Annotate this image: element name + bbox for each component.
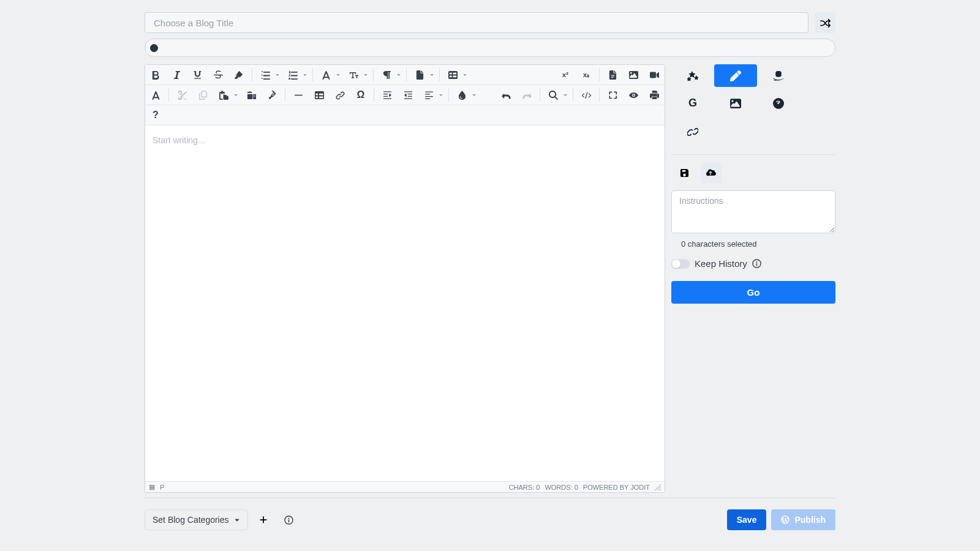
dropdown-caret[interactable]	[438, 86, 444, 103]
expand-button[interactable]	[604, 86, 621, 103]
size-button[interactable]	[345, 66, 362, 83]
outdent-button[interactable]	[379, 86, 396, 103]
grip-icon: ▦	[149, 483, 155, 491]
side-tabs: G	[671, 64, 835, 147]
tab-google[interactable]: G	[671, 92, 714, 114]
dropdown-caret[interactable]	[274, 66, 281, 83]
sub-button[interactable]: x₂	[578, 66, 595, 83]
highlight-button[interactable]	[230, 66, 247, 83]
undo-button[interactable]	[497, 86, 514, 103]
ol-button[interactable]	[284, 66, 301, 83]
help-button[interactable]: ?	[147, 107, 164, 124]
tab-amazon[interactable]	[757, 64, 800, 87]
indent-button[interactable]	[399, 86, 417, 103]
dropdown-caret[interactable]	[471, 86, 477, 103]
omega-button[interactable]: Ω	[352, 86, 369, 103]
zoom-button[interactable]	[545, 86, 562, 103]
keep-history-toggle[interactable]	[671, 259, 690, 269]
hr-button[interactable]	[290, 86, 307, 103]
para-button[interactable]	[378, 66, 395, 83]
shuffle-button[interactable]	[815, 12, 835, 33]
dropdown-caret[interactable]	[462, 66, 468, 83]
doc-button[interactable]	[604, 66, 621, 83]
categories-dropdown[interactable]: Set Blog Categories	[145, 509, 248, 530]
chevron-down-icon	[234, 517, 240, 523]
publish-label: Publish	[794, 515, 826, 525]
cut-button	[173, 86, 190, 103]
clrfmt-button[interactable]	[147, 86, 164, 103]
svg-rect-9	[288, 519, 290, 522]
go-button[interactable]: Go	[671, 281, 835, 304]
dropdown-caret[interactable]	[429, 66, 435, 83]
tab-help[interactable]	[757, 92, 800, 114]
editor-status-bar: ▦ P CHARS: 0 WORDS: 0 POWERED BY JODIT	[145, 481, 665, 492]
category-info-button[interactable]	[279, 509, 300, 530]
link-button[interactable]	[331, 86, 349, 103]
font-button[interactable]	[317, 66, 334, 83]
add-category-button[interactable]	[253, 509, 274, 530]
table-button[interactable]	[311, 86, 328, 103]
svg-rect-6	[756, 263, 758, 266]
toolbar-row-2: Ω	[145, 85, 665, 105]
dropdown-caret[interactable]	[363, 66, 369, 83]
drop-button[interactable]	[453, 86, 470, 103]
save-local-icon	[674, 162, 695, 183]
toolbar-row-1: x²x₂	[145, 65, 665, 85]
eye-button[interactable]	[625, 86, 642, 103]
tab-image[interactable]	[714, 92, 757, 114]
code-button[interactable]	[578, 86, 595, 103]
resize-icon[interactable]	[655, 484, 661, 490]
dropdown-caret[interactable]	[233, 86, 239, 103]
bold-button[interactable]	[147, 66, 164, 83]
save-button[interactable]: Save	[727, 509, 767, 530]
image-button[interactable]	[625, 66, 642, 83]
status-words: WORDS: 0	[545, 484, 578, 491]
dropdown-caret[interactable]	[335, 66, 341, 83]
tag-bar[interactable]	[145, 39, 835, 57]
editor: x²x₂ Ω ? Start writing... ▦ P CHARS: 0 W…	[145, 64, 665, 493]
brush-button[interactable]	[263, 86, 281, 103]
status-jodit: POWERED BY JODIT	[583, 484, 650, 491]
copy-button	[194, 86, 211, 103]
redo-button	[518, 86, 535, 103]
cloud-upload-icon[interactable]	[701, 162, 722, 183]
tag-dot	[150, 44, 158, 52]
categories-label: Set Blog Categories	[153, 515, 229, 525]
dropdown-caret[interactable]	[302, 66, 308, 83]
sup-button[interactable]: x²	[557, 66, 574, 83]
keep-history-label: Keep History	[695, 258, 747, 269]
svg-point-5	[756, 261, 757, 263]
editor-area[interactable]: Start writing...	[145, 126, 665, 481]
dropdown-caret[interactable]	[396, 66, 402, 83]
publish-button[interactable]: Publish	[771, 509, 835, 530]
pastesp-button[interactable]	[243, 86, 260, 103]
file-button[interactable]	[411, 66, 428, 83]
video-button[interactable]	[646, 66, 663, 83]
side-separator	[671, 154, 835, 155]
ul-button[interactable]	[257, 66, 274, 83]
info-icon[interactable]	[752, 259, 761, 268]
print-button[interactable]	[646, 86, 663, 103]
italic-button[interactable]	[168, 66, 185, 83]
svg-point-8	[288, 517, 290, 519]
wordpress-icon	[781, 515, 790, 524]
blog-title-input[interactable]	[145, 12, 809, 33]
underline-button[interactable]	[189, 66, 206, 83]
align-button[interactable]	[420, 86, 437, 103]
instructions-input[interactable]	[671, 190, 835, 233]
dropdown-caret[interactable]	[562, 86, 568, 103]
status-chars: CHARS: 0	[509, 484, 540, 491]
toolbar-row-3: ?	[145, 105, 665, 126]
status-path: P	[160, 484, 164, 491]
strike-button[interactable]	[209, 66, 227, 83]
chars-selected-label: 0 characters selected	[681, 239, 835, 249]
tab-link[interactable]	[671, 119, 714, 142]
tab-magic[interactable]	[671, 64, 714, 87]
footer-separator	[145, 498, 835, 498]
tableicon-button[interactable]	[444, 66, 461, 83]
tab-pen[interactable]	[714, 64, 757, 87]
paste-button[interactable]	[215, 86, 232, 103]
